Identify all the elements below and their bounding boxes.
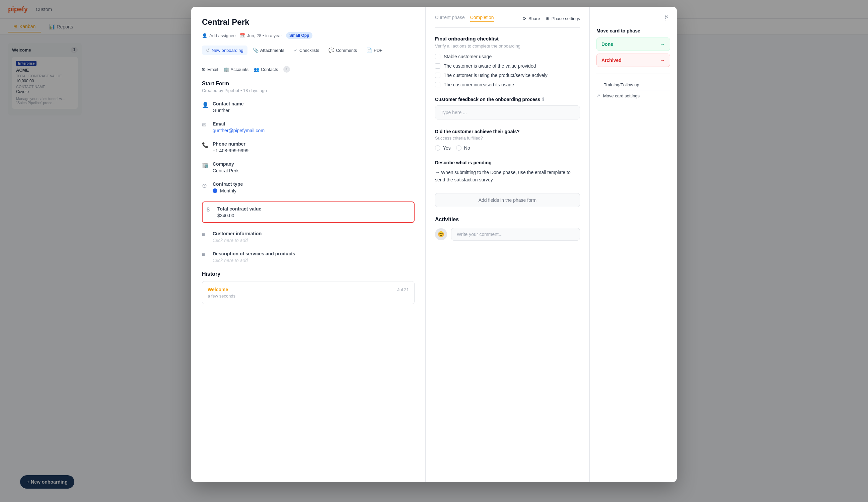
contract-type-icon: ⊙ xyxy=(202,182,209,189)
phase-option-done[interactable]: Done → xyxy=(597,38,670,51)
phase-tabs: Current phase Completion xyxy=(435,15,494,22)
tab-attachments[interactable]: 📎 Attachments xyxy=(249,45,288,55)
history-title: History xyxy=(202,271,415,277)
modal-meta: 👤 Add assignee 📅 Jun, 28 • in a year Sma… xyxy=(202,32,415,39)
tab-comments[interactable]: 💬 Comments xyxy=(324,45,361,55)
checklist-item-1[interactable]: The customer is aware of the value provi… xyxy=(435,63,580,69)
modal-container: × Central Perk 👤 Add assignee 📅 Jun, 28 … xyxy=(191,7,677,482)
link-email[interactable]: ✉ Email xyxy=(202,66,218,73)
assignee-meta[interactable]: 👤 Add assignee xyxy=(202,33,236,38)
contract-type-radio[interactable]: Monthly xyxy=(213,188,415,194)
share-button[interactable]: ⟳ Share xyxy=(523,16,540,21)
share-icon: ⟳ xyxy=(523,16,526,21)
radio-no[interactable] xyxy=(456,145,462,150)
checklist-icon: ✓ xyxy=(294,48,298,53)
link-accounts[interactable]: 🏢 Accounts xyxy=(224,66,248,73)
modal-tabs: ↺ New onboarding 📎 Attachments ✓ Checkli… xyxy=(202,45,415,59)
tab-current-phase[interactable]: Current phase xyxy=(435,15,465,22)
refresh-icon: ↺ xyxy=(206,48,210,53)
checklist-section: Final onboarding checklist Verify all ac… xyxy=(435,36,580,87)
field-phone: 📞 Phone number +1 408-999-9999 xyxy=(202,141,415,153)
phone-icon: 📞 xyxy=(202,142,209,149)
back-arrow-icon: ← xyxy=(597,82,601,87)
phase-actions: ⟳ Share ⚙ Phase settings xyxy=(523,16,580,21)
goals-subtitle: Success criteria fulfilled? xyxy=(435,136,580,140)
checkbox-2[interactable] xyxy=(435,73,440,78)
dollar-icon: $ xyxy=(207,207,213,213)
done-label: Done xyxy=(601,42,613,47)
checklist-subtitle: Verify all actions to complete the onboa… xyxy=(435,43,580,49)
field-contact-name: 👤 Contact name Gunther xyxy=(202,101,415,113)
checklist-item-3[interactable]: The customer increased its usage xyxy=(435,82,580,87)
nav-link-move-card-settings[interactable]: ↗ Move card settings xyxy=(597,90,670,101)
feedback-input[interactable]: Type here ... xyxy=(435,105,580,119)
phase-header: Current phase Completion ⟳ Share ⚙ Phase… xyxy=(435,15,580,28)
info-icon: ℹ xyxy=(542,97,544,102)
move-card-title: Move card to phase xyxy=(597,28,670,33)
nav-link-training[interactable]: ← Training/Follow up xyxy=(597,79,670,90)
feedback-section: Customer feedback on the onboarding proc… xyxy=(435,97,580,119)
comment-input[interactable]: Write your comment... xyxy=(451,228,580,241)
field-email: ✉ Email gunther@pipefymail.com xyxy=(202,121,415,133)
tab-completion[interactable]: Completion xyxy=(470,15,494,22)
field-customer-information: ≡ Customer information Click here to add xyxy=(202,231,415,243)
history-card-welcome: Welcome Jul 21 a few seconds xyxy=(202,281,415,304)
attachment-icon: 📎 xyxy=(253,48,259,53)
modal-middle-panel: Current phase Completion ⟳ Share ⚙ Phase… xyxy=(426,7,590,482)
modal-overlay: × Central Perk 👤 Add assignee 📅 Jun, 28 … xyxy=(0,0,868,502)
tab-pdf[interactable]: 📄 PDF xyxy=(362,45,386,55)
checkbox-0[interactable] xyxy=(435,54,440,59)
external-link-icon: ↗ xyxy=(597,93,600,98)
company-icon: 🏢 xyxy=(202,162,209,169)
date-meta: 📅 Jun, 28 • in a year xyxy=(240,33,282,38)
nav-links: ← Training/Follow up ↗ Move card setting… xyxy=(597,79,670,101)
checkbox-1[interactable] xyxy=(435,63,440,69)
form-section-subtitle: Created by Pipebot • 18 days ago xyxy=(202,88,415,93)
tab-checklists[interactable]: ✓ Checklists xyxy=(290,45,323,55)
goals-title: Did the customer achieve their goals? xyxy=(435,129,580,134)
modal-link-buttons: ✉ Email 🏢 Accounts 👥 Contacts + xyxy=(202,66,415,73)
archived-arrow-icon: → xyxy=(660,57,665,63)
link-contacts[interactable]: 👥 Contacts xyxy=(254,66,278,73)
field-total-contract-value[interactable]: $ Total contract value $340.00 xyxy=(202,201,415,223)
comment-icon: 💬 xyxy=(329,48,334,53)
phase-option-archived[interactable]: Archived → xyxy=(597,54,670,67)
history-section: History Welcome Jul 21 a few seconds xyxy=(202,271,415,304)
right-panel-header: ⋮ xyxy=(597,13,670,23)
contact-name-icon: 👤 xyxy=(202,102,209,108)
pending-text: → When submitting to the Done phase, use… xyxy=(435,169,580,184)
description-icon: ≡ xyxy=(202,252,209,258)
tab-new-onboarding[interactable]: ↺ New onboarding xyxy=(202,45,247,55)
field-contract-type: ⊙ Contract type Monthly xyxy=(202,181,415,194)
phase-settings-button[interactable]: ⚙ Phase settings xyxy=(546,16,580,21)
checklist-item-0[interactable]: Stable customer usage xyxy=(435,54,580,59)
pending-title: Describe what is pending xyxy=(435,160,580,165)
activities-section: Activities 😊 Write your comment... xyxy=(435,217,580,241)
field-company: 🏢 Company Central Perk xyxy=(202,161,415,173)
opp-badge: Small Opp xyxy=(286,32,312,39)
customer-info-icon: ≡ xyxy=(202,232,209,238)
no-option[interactable]: No xyxy=(456,145,470,150)
gear-icon: ⚙ xyxy=(546,16,549,21)
pending-section: Describe what is pending → When submitti… xyxy=(435,160,580,184)
modal-close-button[interactable]: × xyxy=(662,12,671,21)
activities-title: Activities xyxy=(435,217,580,222)
email-field-icon: ✉ xyxy=(202,122,209,128)
form-section-title: Start Form xyxy=(202,81,415,87)
modal-right-panel: ⋮ Move card to phase Done → Archived → ←… xyxy=(590,7,677,482)
archived-label: Archived xyxy=(601,57,621,63)
radio-yes[interactable] xyxy=(435,145,440,150)
panel-divider xyxy=(597,74,670,74)
checkbox-3[interactable] xyxy=(435,82,440,87)
checklist-title: Final onboarding checklist xyxy=(435,36,580,42)
goals-section: Did the customer achieve their goals? Su… xyxy=(435,129,580,150)
modal-title: Central Perk xyxy=(202,18,415,27)
yes-option[interactable]: Yes xyxy=(435,145,451,150)
checklist-item-2[interactable]: The customer is using the product/servic… xyxy=(435,73,580,78)
add-fields-button[interactable]: Add fields in the phase form xyxy=(435,193,580,207)
field-description: ≡ Description of services and products C… xyxy=(202,251,415,263)
done-arrow-icon: → xyxy=(660,41,665,47)
link-more[interactable]: + xyxy=(283,66,290,73)
comment-box: 😊 Write your comment... xyxy=(435,228,580,241)
modal-left-panel: Central Perk 👤 Add assignee 📅 Jun, 28 • … xyxy=(191,7,426,482)
